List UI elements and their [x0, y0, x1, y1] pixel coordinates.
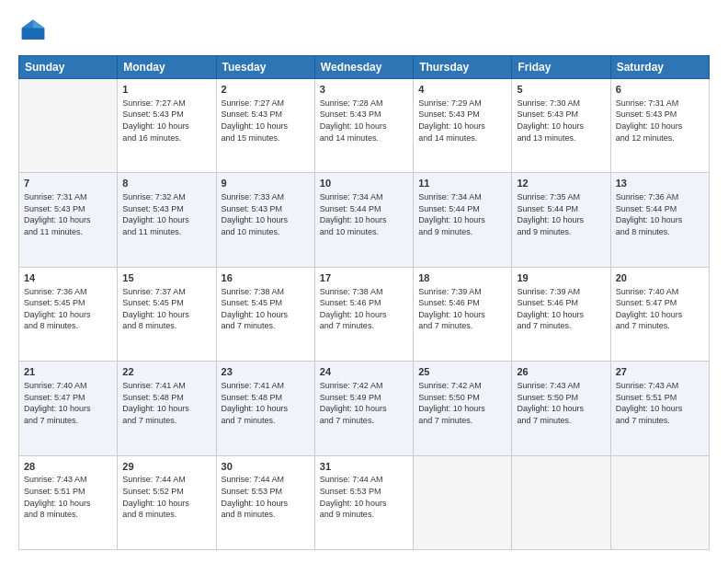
day-number: 4: [418, 83, 506, 97]
weekday-header: Wednesday: [314, 56, 413, 79]
day-number: 13: [616, 177, 704, 190]
cell-content: Sunrise: 7:31 AMSunset: 5:43 PMDaylight:…: [616, 98, 704, 144]
day-number: 5: [517, 83, 605, 97]
calendar-cell: 24Sunrise: 7:42 AMSunset: 5:49 PMDayligh…: [314, 362, 413, 455]
cell-content: Sunrise: 7:35 AMSunset: 5:44 PMDaylight:…: [517, 191, 605, 237]
day-number: 6: [616, 83, 704, 97]
day-number: 23: [222, 365, 310, 379]
calendar-cell: 15Sunrise: 7:37 AMSunset: 5:45 PMDayligh…: [118, 267, 216, 361]
calendar-cell: [414, 455, 512, 549]
cell-content: Sunrise: 7:41 AMSunset: 5:48 PMDaylight:…: [122, 380, 210, 426]
day-number: 29: [122, 460, 210, 474]
calendar-cell: 7Sunrise: 7:31 AMSunset: 5:43 PMDaylight…: [19, 173, 118, 267]
calendar-cell: 14Sunrise: 7:36 AMSunset: 5:45 PMDayligh…: [19, 267, 118, 361]
calendar-cell: 6Sunrise: 7:31 AMSunset: 5:43 PMDaylight…: [610, 79, 709, 173]
calendar-cell: 22Sunrise: 7:41 AMSunset: 5:48 PMDayligh…: [118, 362, 216, 455]
cell-content: Sunrise: 7:27 AMSunset: 5:43 PMDaylight:…: [122, 98, 210, 144]
day-number: 20: [616, 271, 704, 285]
calendar-cell: 31Sunrise: 7:44 AMSunset: 5:53 PMDayligh…: [314, 455, 413, 549]
calendar-cell: 10Sunrise: 7:34 AMSunset: 5:44 PMDayligh…: [314, 173, 413, 267]
day-number: 24: [320, 365, 408, 379]
weekday-header: Sunday: [19, 56, 118, 79]
day-number: 27: [616, 365, 704, 379]
cell-content: Sunrise: 7:44 AMSunset: 5:52 PMDaylight:…: [122, 474, 210, 520]
day-number: 18: [418, 271, 506, 285]
svg-marker-2: [22, 20, 33, 29]
cell-content: Sunrise: 7:34 AMSunset: 5:44 PMDaylight:…: [320, 191, 408, 237]
cell-content: Sunrise: 7:38 AMSunset: 5:46 PMDaylight:…: [320, 286, 408, 332]
cell-content: Sunrise: 7:32 AMSunset: 5:43 PMDaylight:…: [122, 191, 210, 237]
calendar-cell: 12Sunrise: 7:35 AMSunset: 5:44 PMDayligh…: [512, 173, 610, 267]
day-number: 9: [222, 177, 310, 190]
calendar-header-row: SundayMondayTuesdayWednesdayThursdayFrid…: [19, 56, 710, 79]
logo-icon: [18, 17, 48, 46]
day-number: 14: [24, 271, 112, 285]
page: SundayMondayTuesdayWednesdayThursdayFrid…: [0, 0, 728, 563]
calendar-cell: 18Sunrise: 7:39 AMSunset: 5:46 PMDayligh…: [414, 267, 512, 361]
calendar-table: SundayMondayTuesdayWednesdayThursdayFrid…: [18, 55, 710, 550]
weekday-header: Tuesday: [216, 56, 314, 79]
calendar-week-row: 7Sunrise: 7:31 AMSunset: 5:43 PMDaylight…: [19, 173, 710, 267]
day-number: 2: [222, 83, 310, 97]
calendar-cell: 21Sunrise: 7:40 AMSunset: 5:47 PMDayligh…: [19, 362, 118, 455]
calendar-cell: 16Sunrise: 7:38 AMSunset: 5:45 PMDayligh…: [216, 267, 314, 361]
day-number: 25: [418, 365, 506, 379]
cell-content: Sunrise: 7:34 AMSunset: 5:44 PMDaylight:…: [418, 191, 506, 237]
day-number: 21: [24, 365, 112, 379]
calendar-cell: 11Sunrise: 7:34 AMSunset: 5:44 PMDayligh…: [414, 173, 512, 267]
day-number: 31: [320, 460, 408, 474]
calendar-cell: 27Sunrise: 7:43 AMSunset: 5:51 PMDayligh…: [610, 362, 709, 455]
calendar-week-row: 21Sunrise: 7:40 AMSunset: 5:47 PMDayligh…: [19, 362, 710, 455]
cell-content: Sunrise: 7:36 AMSunset: 5:45 PMDaylight:…: [24, 286, 112, 332]
cell-content: Sunrise: 7:43 AMSunset: 5:50 PMDaylight:…: [517, 380, 605, 426]
weekday-header: Saturday: [610, 56, 709, 79]
cell-content: Sunrise: 7:27 AMSunset: 5:43 PMDaylight:…: [222, 98, 310, 144]
calendar-cell: 2Sunrise: 7:27 AMSunset: 5:43 PMDaylight…: [216, 79, 314, 173]
cell-content: Sunrise: 7:29 AMSunset: 5:43 PMDaylight:…: [418, 98, 506, 144]
svg-marker-1: [33, 20, 44, 29]
cell-content: Sunrise: 7:37 AMSunset: 5:45 PMDaylight:…: [122, 286, 210, 332]
calendar-cell: [512, 455, 610, 549]
cell-content: Sunrise: 7:28 AMSunset: 5:43 PMDaylight:…: [320, 98, 408, 144]
calendar-cell: 17Sunrise: 7:38 AMSunset: 5:46 PMDayligh…: [314, 267, 413, 361]
calendar-cell: [610, 455, 709, 549]
logo: [18, 17, 51, 46]
day-number: 16: [222, 271, 310, 285]
day-number: 30: [222, 460, 310, 474]
weekday-header: Thursday: [414, 56, 512, 79]
calendar-cell: [19, 79, 118, 173]
cell-content: Sunrise: 7:42 AMSunset: 5:49 PMDaylight:…: [320, 380, 408, 426]
calendar-cell: 13Sunrise: 7:36 AMSunset: 5:44 PMDayligh…: [610, 173, 709, 267]
calendar-cell: 3Sunrise: 7:28 AMSunset: 5:43 PMDaylight…: [314, 79, 413, 173]
cell-content: Sunrise: 7:40 AMSunset: 5:47 PMDaylight:…: [24, 380, 112, 426]
cell-content: Sunrise: 7:40 AMSunset: 5:47 PMDaylight:…: [616, 286, 704, 332]
calendar-cell: 23Sunrise: 7:41 AMSunset: 5:48 PMDayligh…: [216, 362, 314, 455]
cell-content: Sunrise: 7:41 AMSunset: 5:48 PMDaylight:…: [222, 380, 310, 426]
day-number: 3: [320, 83, 408, 97]
cell-content: Sunrise: 7:42 AMSunset: 5:50 PMDaylight:…: [418, 380, 506, 426]
cell-content: Sunrise: 7:36 AMSunset: 5:44 PMDaylight:…: [616, 191, 704, 237]
day-number: 8: [122, 177, 210, 190]
day-number: 28: [24, 460, 112, 474]
weekday-header: Friday: [512, 56, 610, 79]
day-number: 12: [517, 177, 605, 190]
calendar-cell: 5Sunrise: 7:30 AMSunset: 5:43 PMDaylight…: [512, 79, 610, 173]
cell-content: Sunrise: 7:33 AMSunset: 5:43 PMDaylight:…: [222, 191, 310, 237]
calendar-cell: 25Sunrise: 7:42 AMSunset: 5:50 PMDayligh…: [414, 362, 512, 455]
cell-content: Sunrise: 7:38 AMSunset: 5:45 PMDaylight:…: [222, 286, 310, 332]
day-number: 11: [418, 177, 506, 190]
calendar-cell: 9Sunrise: 7:33 AMSunset: 5:43 PMDaylight…: [216, 173, 314, 267]
calendar-cell: 26Sunrise: 7:43 AMSunset: 5:50 PMDayligh…: [512, 362, 610, 455]
header: [18, 17, 710, 46]
calendar-cell: 4Sunrise: 7:29 AMSunset: 5:43 PMDaylight…: [414, 79, 512, 173]
calendar-week-row: 28Sunrise: 7:43 AMSunset: 5:51 PMDayligh…: [19, 455, 710, 549]
calendar-cell: 29Sunrise: 7:44 AMSunset: 5:52 PMDayligh…: [118, 455, 216, 549]
cell-content: Sunrise: 7:43 AMSunset: 5:51 PMDaylight:…: [616, 380, 704, 426]
calendar-week-row: 1Sunrise: 7:27 AMSunset: 5:43 PMDaylight…: [19, 79, 710, 173]
calendar-week-row: 14Sunrise: 7:36 AMSunset: 5:45 PMDayligh…: [19, 267, 710, 361]
cell-content: Sunrise: 7:39 AMSunset: 5:46 PMDaylight:…: [517, 286, 605, 332]
day-number: 15: [122, 271, 210, 285]
day-number: 26: [517, 365, 605, 379]
day-number: 10: [320, 177, 408, 190]
cell-content: Sunrise: 7:43 AMSunset: 5:51 PMDaylight:…: [24, 474, 112, 520]
